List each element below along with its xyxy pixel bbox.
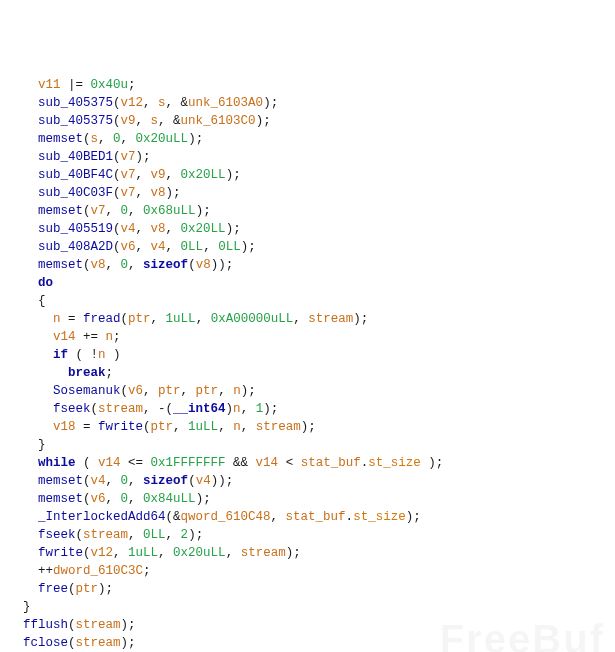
token-punc: , (136, 240, 151, 254)
token-punc: ) (226, 402, 234, 416)
code-line: ++dword_610C3C; (8, 562, 607, 580)
token-var: stat_buf (301, 456, 361, 470)
token-punc: && (226, 456, 256, 470)
token-punc: ( (113, 168, 121, 182)
token-fn: sub_405519 (38, 222, 113, 236)
token-punc: , (271, 510, 286, 524)
code-line: { (8, 292, 607, 310)
token-punc: ( (83, 474, 91, 488)
token-punc: ( (76, 528, 84, 542)
code-line: _InterlockedAdd64(&qword_610C48, stat_bu… (8, 508, 607, 526)
token-punc: , & (166, 96, 189, 110)
token-punc: ( (121, 312, 129, 326)
token-punc: ); (196, 492, 211, 506)
token-num: 1uLL (166, 312, 196, 326)
token-var: v18 (53, 420, 76, 434)
token-num: 1uLL (128, 546, 158, 560)
token-punc: , (241, 420, 256, 434)
token-num: 0x20LL (181, 222, 226, 236)
token-var: v12 (91, 546, 114, 560)
token-punc: , (128, 204, 143, 218)
token-punc: { (38, 294, 46, 308)
token-fn: memset (38, 132, 83, 146)
token-punc: ( (188, 474, 196, 488)
token-punc: ); (241, 384, 256, 398)
token-punc: ( (68, 618, 76, 632)
token-punc: ); (353, 312, 368, 326)
token-var: n (233, 384, 241, 398)
token-punc: ); (121, 636, 136, 650)
token-punc: , (218, 384, 233, 398)
token-punc: ); (196, 204, 211, 218)
token-fn: memset (38, 258, 83, 272)
token-kw: __int64 (173, 402, 226, 416)
token-var: ptr (151, 420, 174, 434)
code-line: fwrite(v12, 1uLL, 0x20uLL, stream); (8, 544, 607, 562)
token-punc: ( (91, 402, 99, 416)
token-punc: , (166, 168, 181, 182)
token-var: n (233, 420, 241, 434)
code-line: } (8, 436, 607, 454)
token-punc: , (218, 420, 233, 434)
token-num: 0 (113, 132, 121, 146)
code-line: break; (8, 364, 607, 382)
token-punc: ( (68, 636, 76, 650)
token-kw: do (38, 276, 53, 290)
token-num: 0x20uLL (173, 546, 226, 560)
token-var: v7 (121, 150, 136, 164)
token-fn: fseek (53, 402, 91, 416)
token-num: 0x20LL (181, 168, 226, 182)
token-fn: sub_40BF4C (38, 168, 113, 182)
token-punc: , (128, 258, 143, 272)
token-var: v14 (256, 456, 279, 470)
code-line: memset(s, 0, 0x20uLL); (8, 130, 607, 148)
token-var: unk_6103C0 (181, 114, 256, 128)
token-punc: , (113, 546, 128, 560)
token-punc: ); (188, 528, 203, 542)
token-punc: } (38, 438, 46, 452)
code-line: memset(v4, 0, sizeof(v4)); (8, 472, 607, 490)
token-var: ptr (196, 384, 219, 398)
token-num: 0LL (143, 528, 166, 542)
code-line: while ( v14 <= 0x1FFFFFFF && v14 < stat_… (8, 454, 607, 472)
token-var: s (91, 132, 99, 146)
token-punc: , (98, 132, 113, 146)
token-punc: ( (68, 582, 76, 596)
code-line: fflush(stream); (8, 616, 607, 634)
token-num: 0LL (181, 240, 204, 254)
token-punc: , (151, 312, 166, 326)
token-kw: sizeof (143, 258, 188, 272)
code-line: sub_408A2D(v6, v4, 0LL, 0LL); (8, 238, 607, 256)
token-punc: ( (83, 546, 91, 560)
token-punc: |= (61, 78, 91, 92)
token-fn: _InterlockedAdd64 (38, 510, 166, 524)
code-line: v11 |= 0x40u; (8, 76, 607, 94)
token-punc: ); (263, 402, 278, 416)
token-fn: sub_40C03F (38, 186, 113, 200)
token-punc: ( (113, 186, 121, 200)
token-var: unk_6103A0 (188, 96, 263, 110)
token-num: 0 (121, 204, 129, 218)
token-punc: <= (121, 456, 151, 470)
token-punc: ( (113, 114, 121, 128)
token-punc: ); (188, 132, 203, 146)
token-var: stream (256, 420, 301, 434)
token-var: n (106, 330, 114, 344)
token-punc: , -( (143, 402, 173, 416)
token-var: ptr (128, 312, 151, 326)
token-num: 1uLL (188, 420, 218, 434)
token-var: v12 (121, 96, 144, 110)
token-var: stream (76, 618, 121, 632)
token-punc: = (61, 312, 84, 326)
token-punc: ( (188, 258, 196, 272)
token-fn: sub_40BED1 (38, 150, 113, 164)
token-var: v7 (121, 186, 136, 200)
token-var: v14 (98, 456, 121, 470)
token-punc: ); (226, 222, 241, 236)
token-punc: , (166, 528, 181, 542)
token-punc: ( (83, 132, 91, 146)
token-fn: fflush (23, 618, 68, 632)
token-fn: free (38, 582, 68, 596)
token-punc: ( (83, 492, 91, 506)
token-punc: ); (226, 168, 241, 182)
